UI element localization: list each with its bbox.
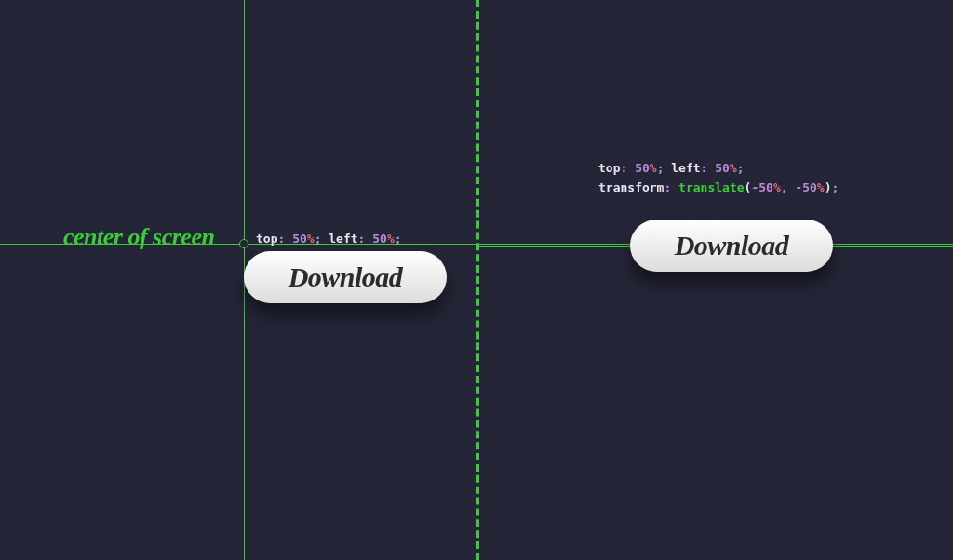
download-button-label: Download (675, 230, 789, 261)
code-annotation-left: top: 50%; left: 50%; (256, 229, 402, 248)
center-of-screen-label: center of screen (63, 223, 214, 251)
code-unit: % (773, 180, 781, 194)
code-func: translate (678, 180, 744, 194)
left-panel: center of screen top: 50%; left: 50%; Do… (0, 0, 476, 560)
code-unit: % (307, 232, 315, 246)
download-button[interactable]: Download (244, 251, 447, 303)
code-prop: left (329, 232, 357, 246)
code-unit: % (650, 161, 657, 175)
code-prop: transform (598, 180, 664, 194)
code-annotation-right: top: 50%; left: 50%; transform: translat… (598, 158, 839, 197)
code-value: -50 (751, 180, 772, 194)
panel-divider (476, 0, 479, 560)
code-unit: % (387, 232, 395, 246)
code-prop: left (671, 161, 700, 175)
code-value: 50 (715, 161, 730, 175)
code-value: 50 (372, 232, 387, 246)
download-button[interactable]: Download (630, 220, 833, 272)
code-value: -50 (795, 180, 816, 194)
code-unit: % (730, 161, 737, 175)
crosshair-center-icon (239, 239, 248, 248)
crosshair-vertical (732, 0, 732, 560)
right-panel: top: 50%; left: 50%; transform: translat… (476, 0, 953, 560)
code-value: 50 (292, 232, 307, 246)
code-prop: top (598, 161, 620, 175)
code-unit: % (817, 180, 825, 194)
download-button-label: Download (289, 261, 403, 293)
code-value: 50 (635, 161, 650, 175)
code-prop: top (256, 232, 277, 246)
